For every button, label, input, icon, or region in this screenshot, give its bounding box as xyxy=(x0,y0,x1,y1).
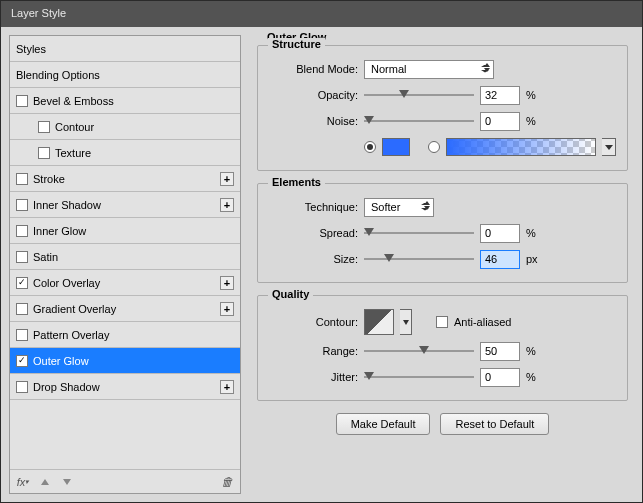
opacity-label: Opacity: xyxy=(268,89,358,101)
add-effect-icon[interactable]: + xyxy=(220,302,234,316)
opacity-unit: % xyxy=(526,89,546,101)
add-effect-icon[interactable]: + xyxy=(220,172,234,186)
style-checkbox[interactable] xyxy=(16,355,28,367)
sidebar-spacer xyxy=(10,400,240,469)
spread-slider[interactable] xyxy=(364,226,474,240)
glow-color-swatch[interactable] xyxy=(382,138,410,156)
contour-label: Contour: xyxy=(268,316,358,328)
style-label: Gradient Overlay xyxy=(33,303,116,315)
technique-label: Technique: xyxy=(268,201,358,213)
move-up-icon[interactable] xyxy=(38,475,52,489)
jitter-label: Jitter: xyxy=(268,371,358,383)
sidebar-item-inner-glow[interactable]: Inner Glow xyxy=(10,218,240,244)
style-label: Pattern Overlay xyxy=(33,329,109,341)
window-title: Layer Style xyxy=(11,7,66,19)
jitter-slider[interactable] xyxy=(364,370,474,384)
style-label: Inner Glow xyxy=(33,225,86,237)
contour-picker[interactable] xyxy=(364,309,394,335)
style-label: Texture xyxy=(55,147,91,159)
reset-default-button[interactable]: Reset to Default xyxy=(440,413,549,435)
anti-aliased-checkbox[interactable] xyxy=(436,316,448,328)
glow-color-radio[interactable] xyxy=(364,141,376,153)
style-checkbox[interactable] xyxy=(38,147,50,159)
contour-dropdown[interactable] xyxy=(400,309,412,335)
sidebar-header-styles[interactable]: Styles xyxy=(10,36,240,62)
range-slider[interactable] xyxy=(364,344,474,358)
elements-group: Elements Technique: Softer Spread: % Siz… xyxy=(257,183,628,283)
sidebar-item-color-overlay[interactable]: Color Overlay+ xyxy=(10,270,240,296)
spread-input[interactable] xyxy=(480,224,520,243)
jitter-unit: % xyxy=(526,371,546,383)
style-checkbox[interactable] xyxy=(16,381,28,393)
style-label: Satin xyxy=(33,251,58,263)
style-checkbox[interactable] xyxy=(16,225,28,237)
window-titlebar[interactable]: Layer Style xyxy=(1,1,642,27)
add-effect-icon[interactable]: + xyxy=(220,276,234,290)
blend-mode-label: Blend Mode: xyxy=(268,63,358,75)
spread-unit: % xyxy=(526,227,546,239)
sidebar-blending-label: Blending Options xyxy=(16,69,100,81)
style-checkbox[interactable] xyxy=(38,121,50,133)
sidebar-item-outer-glow[interactable]: Outer Glow xyxy=(10,348,240,374)
styles-sidebar: Styles Blending Options Bevel & EmbossCo… xyxy=(9,35,241,494)
style-label: Outer Glow xyxy=(33,355,89,367)
opacity-slider[interactable] xyxy=(364,88,474,102)
size-unit: px xyxy=(526,253,546,265)
spread-label: Spread: xyxy=(268,227,358,239)
style-label: Inner Shadow xyxy=(33,199,101,211)
sidebar-item-contour[interactable]: Contour xyxy=(10,114,240,140)
default-buttons-row: Make Default Reset to Default xyxy=(251,413,634,435)
style-checkbox[interactable] xyxy=(16,277,28,289)
style-checkbox[interactable] xyxy=(16,303,28,315)
range-label: Range: xyxy=(268,345,358,357)
range-unit: % xyxy=(526,345,546,357)
noise-unit: % xyxy=(526,115,546,127)
trash-icon[interactable]: 🗑 xyxy=(220,475,234,489)
opacity-input[interactable] xyxy=(480,86,520,105)
sidebar-item-bevel-emboss[interactable]: Bevel & Emboss xyxy=(10,88,240,114)
style-label: Drop Shadow xyxy=(33,381,100,393)
style-label: Contour xyxy=(55,121,94,133)
anti-aliased-label: Anti-aliased xyxy=(454,316,511,328)
style-checkbox[interactable] xyxy=(16,251,28,263)
size-slider[interactable] xyxy=(364,252,474,266)
quality-group: Quality Contour: Anti-aliased Range: % xyxy=(257,295,628,401)
add-effect-icon[interactable]: + xyxy=(220,198,234,212)
sidebar-item-gradient-overlay[interactable]: Gradient Overlay+ xyxy=(10,296,240,322)
sidebar-header-label: Styles xyxy=(16,43,46,55)
blend-mode-dropdown[interactable]: Normal xyxy=(364,60,494,79)
technique-dropdown[interactable]: Softer xyxy=(364,198,434,217)
make-default-button[interactable]: Make Default xyxy=(336,413,431,435)
sidebar-item-pattern-overlay[interactable]: Pattern Overlay xyxy=(10,322,240,348)
style-checkbox[interactable] xyxy=(16,173,28,185)
size-label: Size: xyxy=(268,253,358,265)
style-checkbox[interactable] xyxy=(16,199,28,211)
noise-slider[interactable] xyxy=(364,114,474,128)
options-panel: Outer Glow Structure Blend Mode: Normal … xyxy=(251,35,634,494)
style-label: Stroke xyxy=(33,173,65,185)
sidebar-item-stroke[interactable]: Stroke+ xyxy=(10,166,240,192)
move-down-icon[interactable] xyxy=(60,475,74,489)
window-content: Styles Blending Options Bevel & EmbossCo… xyxy=(1,27,642,502)
range-input[interactable] xyxy=(480,342,520,361)
glow-gradient-swatch[interactable] xyxy=(446,138,596,156)
quality-title: Quality xyxy=(268,288,313,300)
fx-menu-icon[interactable]: fx▾ xyxy=(16,475,30,489)
sidebar-item-inner-shadow[interactable]: Inner Shadow+ xyxy=(10,192,240,218)
layer-style-window: Layer Style Styles Blending Options Beve… xyxy=(0,0,643,503)
elements-title: Elements xyxy=(268,176,325,188)
structure-group: Structure Blend Mode: Normal Opacity: % … xyxy=(257,45,628,171)
size-input[interactable] xyxy=(480,250,520,269)
sidebar-item-satin[interactable]: Satin xyxy=(10,244,240,270)
glow-gradient-radio[interactable] xyxy=(428,141,440,153)
add-effect-icon[interactable]: + xyxy=(220,380,234,394)
jitter-input[interactable] xyxy=(480,368,520,387)
style-checkbox[interactable] xyxy=(16,95,28,107)
noise-label: Noise: xyxy=(268,115,358,127)
sidebar-blending-options[interactable]: Blending Options xyxy=(10,62,240,88)
sidebar-item-drop-shadow[interactable]: Drop Shadow+ xyxy=(10,374,240,400)
glow-gradient-dropdown[interactable] xyxy=(602,138,616,156)
noise-input[interactable] xyxy=(480,112,520,131)
sidebar-item-texture[interactable]: Texture xyxy=(10,140,240,166)
style-checkbox[interactable] xyxy=(16,329,28,341)
